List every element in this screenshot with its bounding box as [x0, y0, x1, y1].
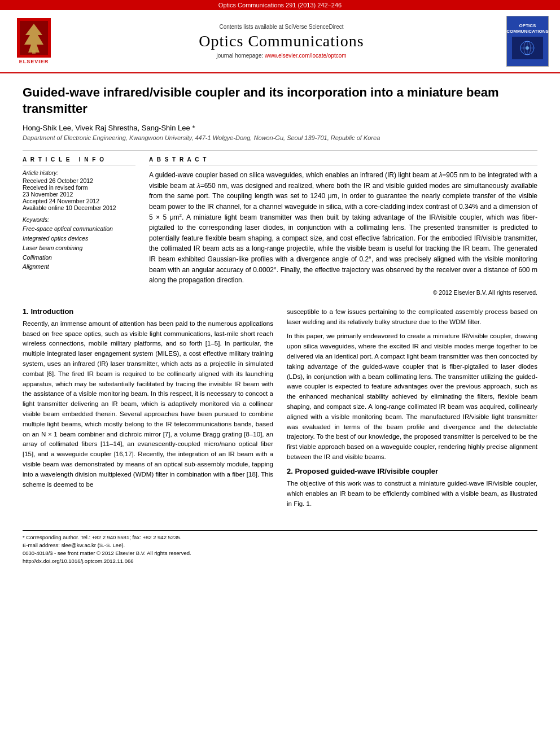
article-affiliation: Department of Electronic Engineering, Kw…	[23, 134, 537, 141]
article-info-abstract: A R T I C L E I N F O Article history: R…	[23, 150, 537, 296]
keywords-group: Keywords: Free-space optical communicati…	[23, 217, 135, 272]
journal-cover: OPTICS COMMUNICATIONS	[506, 16, 549, 67]
journal-citation-bar: Optics Communications 291 (2013) 242–246	[0, 0, 560, 10]
body-content: 1. Introduction Recently, an immense amo…	[23, 307, 537, 514]
cover-image: OPTICS COMMUNICATIONS	[506, 16, 549, 67]
keywords-list: Free-space optical communication Integra…	[23, 224, 135, 272]
article-authors: Hong-Shik Lee, Vivek Raj Shrestha, Sang-…	[23, 124, 537, 132]
elsevier-emblem	[17, 18, 51, 58]
highlight-light: light	[398, 171, 410, 179]
abstract-col: A B S T R A C T A guided-wave coupler ba…	[149, 156, 537, 296]
journal-center: Contents lists available at SciVerse Sci…	[56, 24, 506, 59]
abstract-text: A guided-wave coupler based on silica wa…	[149, 170, 537, 286]
keyword-5: Alignment	[23, 262, 135, 272]
keyword-3: Laser beam combining	[23, 243, 135, 253]
footer-note1: * Corresponding author. Tel.: +82 2 940 …	[23, 534, 537, 540]
svg-point-8	[526, 46, 529, 50]
footer-note4: http://dx.doi.org/10.1016/j.optcom.2012.…	[23, 558, 537, 564]
keyword-4: Collimation	[23, 253, 135, 263]
copyright-line: © 2012 Elsevier B.V. All rights reserved…	[149, 289, 537, 296]
section1-heading: 1. Introduction	[23, 307, 273, 316]
keywords-label: Keywords:	[23, 217, 135, 223]
section2-heading: 2. Proposed guided-wave IR/visible coupl…	[287, 467, 537, 475]
journal-header: ELSEVIER Contents lists available at Sci…	[0, 10, 560, 73]
section1-para3: In this paper, we primarily endeavored t…	[287, 331, 537, 462]
received-date: Received 26 October 2012	[23, 177, 135, 184]
body-left-col: 1. Introduction Recently, an immense amo…	[23, 307, 273, 514]
elsevier-wordmark: ELSEVIER	[19, 59, 49, 64]
article-info-label: A R T I C L E I N F O	[23, 156, 135, 165]
abstract-label: A B S T R A C T	[149, 156, 537, 165]
article-history: Article history: Received 26 October 201…	[23, 170, 135, 211]
footer-area: * Corresponding author. Tel.: +82 2 940 …	[23, 530, 537, 564]
elsevier-logo: ELSEVIER	[11, 18, 56, 64]
svg-rect-2	[32, 50, 36, 54]
body-two-col: 1. Introduction Recently, an immense amo…	[23, 307, 537, 514]
article-info-col: A R T I C L E I N F O Article history: R…	[23, 156, 135, 296]
revised-date: 23 November 2012	[23, 191, 135, 198]
contents-line: Contents lists available at SciVerse Sci…	[56, 24, 506, 30]
journal-title: Optics Communications	[56, 32, 506, 50]
article-title: Guided-wave infrared/visible coupler and…	[23, 85, 537, 117]
journal-homepage: journal homepage: www.elsevier.com/locat…	[56, 53, 506, 59]
online-date: Available online 10 December 2012	[23, 204, 135, 211]
revised-label: Received in revised form	[23, 184, 135, 191]
section1-para1: Recently, an immense amount of attention…	[23, 319, 273, 490]
body-right-col: susceptible to a few issues pertaining t…	[287, 307, 537, 514]
accepted-date: Accepted 24 November 2012	[23, 198, 135, 204]
keyword-1: Free-space optical communication	[23, 224, 135, 234]
main-content: Guided-wave infrared/visible coupler and…	[0, 73, 560, 577]
cover-title: OPTICS COMMUNICATIONS	[506, 23, 549, 34]
journal-citation-text: Optics Communications 291 (2013) 242–246	[218, 2, 342, 8]
footer-note3: 0030-4018/$ - see front matter © 2012 El…	[23, 550, 537, 556]
history-label: Article history:	[23, 170, 135, 176]
section1-para2: susceptible to a few issues pertaining t…	[287, 307, 537, 327]
footer-note2: E-mail address: slee@kw.ac.kr (S.-S. Lee…	[23, 542, 537, 548]
section2-para1: The objective of this work was to constr…	[287, 479, 537, 509]
keyword-2: Integrated optics devices	[23, 234, 135, 243]
homepage-link[interactable]: www.elsevier.com/locate/optcom	[265, 53, 347, 59]
